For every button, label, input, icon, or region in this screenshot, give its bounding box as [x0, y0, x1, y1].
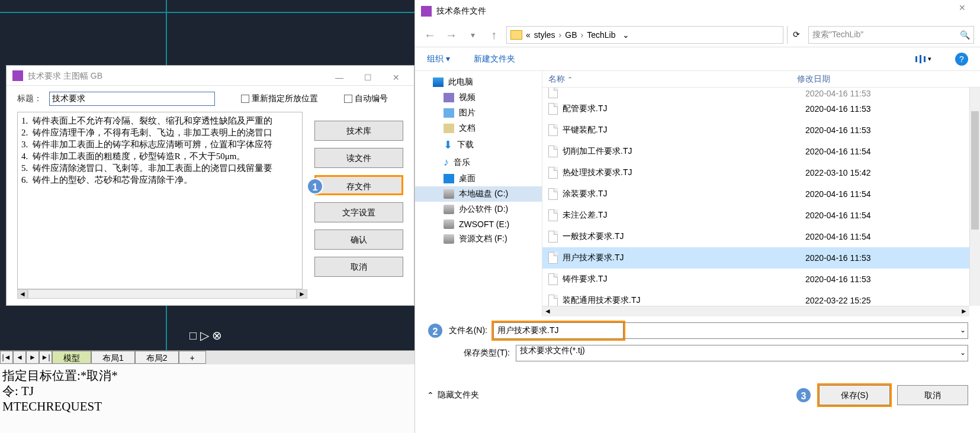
tab-last[interactable]: ►| — [39, 351, 52, 364]
nav-up-icon[interactable]: ↑ — [485, 26, 503, 44]
tab-layout1[interactable]: 布局1 — [91, 351, 135, 364]
file-icon — [548, 124, 558, 136]
tree-drive-d[interactable]: 办公软件 (D:) — [415, 202, 542, 217]
readfile-button[interactable]: 读文件 — [314, 148, 403, 168]
tree-this-pc[interactable]: 此电脑 — [415, 75, 542, 90]
file-list: 名称 ⌃ 修改日期 2020-04-16 11:53配管要求.TJ2020-04… — [542, 71, 980, 316]
close-button[interactable]: ✕ — [384, 67, 408, 84]
tab-next[interactable]: ► — [26, 351, 39, 364]
savefile-button[interactable]: 1 存文件 — [314, 175, 403, 195]
title-input[interactable] — [49, 92, 215, 106]
search-icon: 🔍 — [960, 30, 970, 40]
file-row[interactable]: 涂装要求.TJ2020-04-16 11:54 — [542, 183, 980, 205]
tree-drive-e[interactable]: ZWSOFT (E:) — [415, 217, 542, 231]
filetype-select[interactable]: 技术要求文件(*.tj)⌄ — [516, 345, 968, 361]
tree-documents[interactable]: 文档 — [415, 121, 542, 136]
tab-layout2[interactable]: 布局2 — [135, 351, 179, 364]
folder-icon — [510, 30, 522, 40]
organize-menu[interactable]: 组织 ▾ — [427, 54, 450, 64]
tree-music[interactable]: ♪音乐 — [415, 154, 542, 171]
close-button[interactable]: ✕ — [950, 3, 974, 20]
tree-drive-c[interactable]: 本地磁盘 (C:) — [415, 186, 542, 202]
filename-input[interactable] — [493, 322, 624, 339]
newfolder-button[interactable]: 新建文件夹 — [474, 54, 515, 64]
file-list-header[interactable]: 名称 ⌃ 修改日期 — [542, 71, 980, 88]
nav-dropdown-icon[interactable]: ▾ — [464, 26, 481, 44]
h-scrollbar[interactable]: ◄ ► — [17, 289, 307, 299]
app-icon — [12, 70, 23, 81]
scroll-left-icon[interactable]: ◄ — [17, 289, 28, 299]
sort-asc-icon: ⌃ — [567, 76, 573, 83]
file-row[interactable]: 热处理技术要求.TJ2022-03-10 15:42 — [542, 162, 980, 183]
file-row[interactable]: 平键装配.TJ2020-04-16 11:53 — [542, 119, 980, 141]
title-label: 标题： — [17, 93, 42, 104]
tab-model[interactable]: 模型 — [52, 351, 91, 364]
file-row[interactable]: 未注公差.TJ2020-04-16 11:54 — [542, 205, 980, 226]
file-icon — [548, 167, 558, 179]
dialog-titlebar[interactable]: 技术要求 主图幅 GB ― ☐ ✕ — [7, 66, 414, 86]
command-line[interactable]: 指定目标位置:*取消* 令: TJ MTECHREQUEST — [0, 364, 415, 433]
cad-line — [0, 12, 415, 13]
file-row[interactable]: 配管要求.TJ2020-04-16 11:53 — [542, 98, 980, 119]
tree-desktop[interactable]: 桌面 — [415, 171, 542, 186]
tree-pictures[interactable]: 图片 — [415, 105, 542, 121]
folder-tree: 此电脑 视频 图片 文档 ⬇下载 ♪音乐 桌面 本地磁盘 (C:) 办公软件 (… — [415, 71, 542, 316]
tab-first[interactable]: |◄ — [0, 351, 13, 364]
tech-text-area[interactable]: 1. 铸件表面上不允许有冷隔、裂纹、缩孔和穿透性缺陷及严重的 2. 铸件应清理干… — [17, 112, 303, 289]
file-row[interactable]: 2020-04-16 11:53 — [542, 88, 980, 98]
cancel-button[interactable]: 取消 — [897, 385, 968, 405]
help-icon[interactable]: ? — [955, 53, 968, 66]
reposition-checkbox[interactable]: 重新指定所放位置 — [241, 93, 318, 104]
save-button[interactable]: 保存(S) — [819, 385, 890, 405]
crumb-gb[interactable]: GB — [565, 30, 577, 40]
crumb-styles[interactable]: styles — [534, 30, 555, 40]
dropdown-icon[interactable]: ⌄ — [960, 348, 966, 357]
step-badge-3: 3 — [795, 387, 812, 403]
dropdown-icon[interactable]: ⌄ — [960, 326, 966, 334]
nav-fwd-icon[interactable]: → — [442, 26, 460, 44]
hide-folders-toggle[interactable]: ⌃隐藏文件夹 — [427, 390, 479, 400]
file-icon — [548, 273, 558, 285]
file-icon — [548, 88, 558, 98]
refresh-button[interactable]: ⟳ — [787, 26, 805, 44]
h-scrollbar[interactable]: ◄► — [542, 306, 969, 316]
filetype-label: 保存类型(T): — [427, 348, 516, 358]
app-icon — [421, 6, 432, 17]
search-input[interactable]: 搜索"TechLib" 🔍 — [808, 26, 974, 44]
v-scrollbar[interactable] — [969, 88, 980, 306]
tab-prev[interactable]: ◄ — [13, 351, 26, 364]
textsetting-button[interactable]: 文字设置 — [314, 202, 403, 222]
save-dialog: 技术条件文件 ✕ ← → ▾ ↑ « styles › GB › TechLib… — [415, 0, 980, 433]
minimize-button[interactable]: ― — [327, 67, 351, 84]
save-titlebar[interactable]: 技术条件文件 ✕ — [415, 0, 980, 22]
chevron-up-icon: ⌃ — [427, 390, 434, 400]
file-row[interactable]: 铸件要求.TJ2020-04-16 11:53 — [542, 269, 980, 290]
dialog-title: 技术要求 主图幅 GB — [28, 66, 102, 86]
tab-add[interactable]: + — [179, 351, 206, 364]
file-row[interactable]: 用户技术要求.TJ2020-04-16 11:53 — [542, 247, 980, 269]
tree-videos[interactable]: 视频 — [415, 90, 542, 105]
tech-request-dialog: 技术要求 主图幅 GB ― ☐ ✕ 标题： 重新指定所放位置 自动编号 1. 铸… — [6, 65, 415, 306]
save-dialog-title: 技术条件文件 — [436, 6, 486, 17]
layout-tabs: |◄ ◄ ► ►| 模型 布局1 布局2 + — [0, 350, 415, 364]
tree-downloads[interactable]: ⬇下载 — [415, 136, 542, 154]
ok-button[interactable]: 确认 — [314, 230, 403, 250]
techlib-button[interactable]: 技术库 — [314, 121, 403, 141]
file-icon — [548, 146, 558, 157]
cancel-button[interactable]: 取消 — [314, 257, 403, 277]
crumb-techlib[interactable]: TechLib — [587, 30, 615, 40]
crumb-dropdown-icon[interactable]: ⌄ — [622, 30, 629, 40]
autonumber-checkbox[interactable]: 自动编号 — [344, 93, 388, 104]
nav-back-icon[interactable]: ← — [421, 26, 439, 44]
maximize-button[interactable]: ☐ — [356, 67, 380, 84]
cad-cursor-icon: □ ▷ ⊗ — [189, 328, 222, 342]
scroll-right-icon[interactable]: ► — [297, 289, 307, 299]
step-badge-1: 1 — [307, 178, 323, 195]
filename-label: 文件名(N): — [440, 325, 493, 336]
view-mode-button[interactable]: ▾ — [915, 55, 931, 63]
file-row[interactable]: 切削加工件要求.TJ2020-04-16 11:54 — [542, 141, 980, 162]
file-icon — [548, 295, 558, 306]
file-row[interactable]: 一般技术要求.TJ2020-04-16 11:54 — [542, 226, 980, 247]
tree-drive-f[interactable]: 资源文档 (F:) — [415, 231, 542, 247]
breadcrumb[interactable]: « styles › GB › TechLib ⌄ — [506, 26, 783, 44]
